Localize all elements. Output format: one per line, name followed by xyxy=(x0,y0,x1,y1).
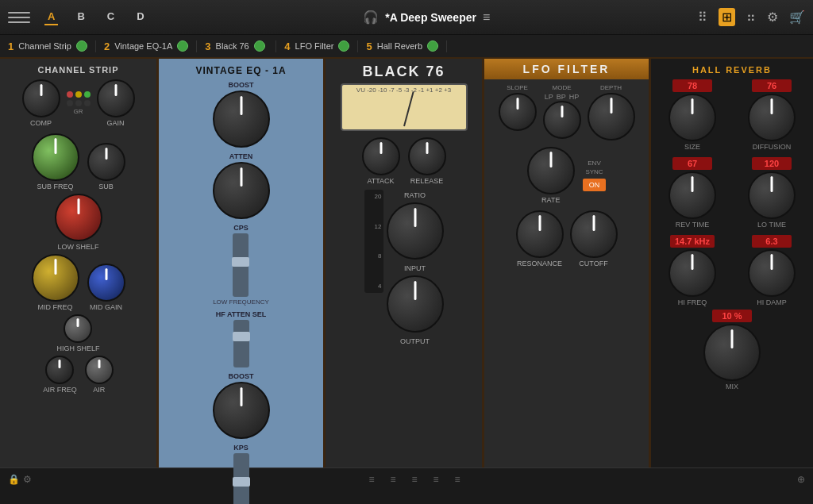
output-knob[interactable] xyxy=(387,275,444,333)
hi-damp-knob[interactable] xyxy=(748,249,796,297)
mix-section: 10 % MIX xyxy=(703,310,761,391)
lfo-top-section: SLOPE MODE LP BP HP DEPTH xyxy=(499,84,635,140)
hi-freq-knob[interactable] xyxy=(669,249,716,297)
air-freq-knob[interactable] xyxy=(45,356,74,384)
rev-time-knob[interactable] xyxy=(669,171,716,219)
settings-icon[interactable]: ⚙ xyxy=(767,10,778,25)
add-icon[interactable]: ⊕ xyxy=(797,474,805,485)
lf-atten-label: ATTEN xyxy=(229,152,252,160)
power-btn-1[interactable] xyxy=(76,40,87,52)
diffusion-value: 76 xyxy=(752,79,792,92)
tab-c[interactable]: C xyxy=(104,9,118,25)
diffusion-knob[interactable] xyxy=(748,94,796,141)
lf-atten-knob[interactable] xyxy=(213,162,270,219)
hi-damp-value: 6.3 xyxy=(752,235,792,248)
air-knob[interactable] xyxy=(85,356,114,384)
lo-time-knob[interactable] xyxy=(748,171,796,219)
cart-icon[interactable]: 🛒 xyxy=(789,10,805,25)
module-num-3: 3 xyxy=(205,40,210,52)
size-value: 78 xyxy=(672,79,712,92)
gain-knob[interactable] xyxy=(97,79,135,117)
resonance-knob-wrap: RESONANCE xyxy=(516,210,564,267)
gain-label: GAIN xyxy=(106,119,124,127)
list-icon-5[interactable]: ≡ xyxy=(455,474,460,485)
cps-label: CPS xyxy=(233,224,249,232)
list-icon-4[interactable]: ≡ xyxy=(433,474,439,485)
mid-gain-knob[interactable] xyxy=(87,264,125,302)
high-shelf-knob[interactable] xyxy=(64,314,92,343)
module-tab-2[interactable]: 2 Vintage EQ-1A xyxy=(96,40,197,52)
mode-hp: HP xyxy=(569,93,580,101)
size-knob[interactable] xyxy=(669,94,716,141)
settings-bottom-icon[interactable]: ⚙ xyxy=(23,474,32,485)
release-knob[interactable] xyxy=(408,137,446,175)
module-tab-5[interactable]: 5 Hall Reverb xyxy=(358,40,447,52)
preset-area: 🎧 *A Deep Sweeper ≡ xyxy=(162,10,692,25)
comp-knob[interactable] xyxy=(22,79,60,117)
module-tab-4[interactable]: 4 LFO Filter xyxy=(276,40,358,52)
midi-icon[interactable]: ⠿ xyxy=(698,10,707,25)
mode-knob[interactable] xyxy=(543,101,581,139)
size-label: SIZE xyxy=(684,143,700,151)
mid-freq-label: MID FREQ xyxy=(38,303,73,311)
tab-a[interactable]: A xyxy=(44,9,58,25)
size-param: 78 SIZE xyxy=(656,79,729,151)
sub-freq-knob[interactable] xyxy=(32,133,79,181)
cutoff-knob-wrap: CUTOFF xyxy=(570,210,618,267)
air-row: AIR FREQ AIR xyxy=(43,356,114,394)
grid-icon[interactable]: ⊞ xyxy=(719,8,735,26)
depth-knob[interactable] xyxy=(588,93,635,140)
channel-strip-title: CHANNEL STRIP xyxy=(37,65,118,75)
ratio-fader[interactable]: 20 12 8 4 xyxy=(364,190,383,293)
sync-label: SYNC xyxy=(585,168,603,175)
high-shelf-knob-wrap: HIGH SHELF xyxy=(56,314,99,352)
attack-knob[interactable] xyxy=(362,137,400,175)
module-tabs: 1 Channel Strip 2 Vintage EQ-1A 3 Black … xyxy=(0,35,813,59)
rate-knob[interactable] xyxy=(527,147,575,194)
kps-section: KPS xyxy=(233,444,249,504)
mix-label: MIX xyxy=(726,383,738,391)
power-btn-4[interactable] xyxy=(338,40,349,52)
mode-bp: BP xyxy=(557,93,566,101)
power-btn-3[interactable] xyxy=(254,40,265,52)
menu-button[interactable] xyxy=(8,6,30,29)
hf-atten-sel-slider[interactable] xyxy=(233,320,249,367)
comp-label: COMP xyxy=(30,119,52,127)
kps-slider[interactable] xyxy=(233,453,249,504)
gr-dot-6 xyxy=(84,100,91,106)
lf-boost-knob[interactable] xyxy=(213,90,270,148)
list-icon-2[interactable]: ≡ xyxy=(390,474,395,485)
power-btn-2[interactable] xyxy=(177,40,188,52)
tab-b[interactable]: B xyxy=(74,9,87,25)
rate-label: RATE xyxy=(541,196,560,204)
menu-list-icon[interactable]: ≡ xyxy=(483,10,490,25)
mix-knob[interactable] xyxy=(703,324,761,381)
lock-icon[interactable]: 🔒 xyxy=(8,474,20,485)
list-icon-3[interactable]: ≡ xyxy=(411,474,417,485)
sub-knob-wrap: SUB xyxy=(87,143,125,190)
comp-gain-row: COMP GR GAIN xyxy=(22,79,135,127)
power-btn-5[interactable] xyxy=(427,40,438,52)
list-icon-1[interactable]: ≡ xyxy=(368,474,374,485)
tab-d[interactable]: D xyxy=(133,9,147,25)
slope-knob[interactable] xyxy=(499,93,537,131)
kps-label: KPS xyxy=(233,444,249,452)
resonance-knob[interactable] xyxy=(516,210,564,258)
vintage-eq-title: VINTAGE EQ - 1A xyxy=(195,65,286,76)
resonance-label: RESONANCE xyxy=(517,260,562,267)
mid-gain-label: MID GAIN xyxy=(90,303,122,311)
cutoff-knob[interactable] xyxy=(570,210,618,258)
hf-boost-knob[interactable] xyxy=(213,382,270,439)
sync-button[interactable]: ON xyxy=(583,179,607,191)
slope-knob-wrap: SLOPE xyxy=(499,84,537,131)
sub-knob[interactable] xyxy=(87,143,125,181)
module-tab-1[interactable]: 1 Channel Strip xyxy=(0,40,96,52)
hf-row: BOOST xyxy=(164,372,318,444)
module-tab-3[interactable]: 3 Black 76 xyxy=(197,40,276,52)
network-icon[interactable]: ⠶ xyxy=(746,10,756,25)
low-shelf-knob[interactable] xyxy=(55,194,102,241)
rev-time-value: 67 xyxy=(672,157,712,170)
input-knob[interactable] xyxy=(387,202,444,260)
mid-freq-knob[interactable] xyxy=(32,254,79,302)
cps-slider[interactable] xyxy=(233,233,249,297)
